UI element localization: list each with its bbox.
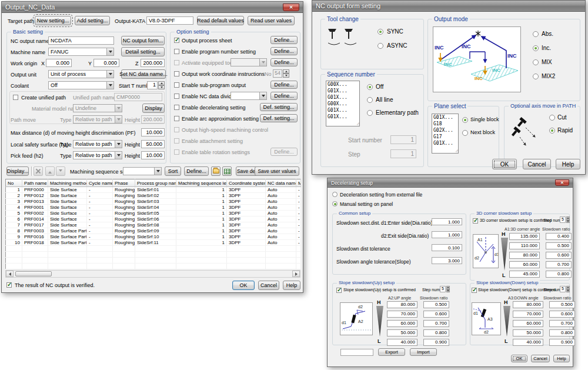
spin-down-icon[interactable]	[446, 289, 450, 293]
seq-off-radio[interactable]	[367, 84, 373, 90]
slope-up-value-row[interactable]: 50.0000.800	[387, 329, 449, 336]
close-icon[interactable]: ✕	[555, 179, 569, 186]
slope-down-value-row[interactable]: 70.0000.600	[513, 311, 575, 318]
table-row[interactable]: 4PRF0001Side Surface-RoughingSideSrf:041…	[6, 205, 301, 211]
help-button[interactable]: Help	[556, 159, 580, 169]
titlebar[interactable]: NC output form setting	[312, 1, 585, 12]
angle-tolerance-field[interactable]: 3.000	[432, 257, 462, 264]
path-table[interactable]: NoPath nameMachining methodCycle namePha…	[5, 179, 301, 269]
horizontal-scrollbar[interactable]	[5, 270, 300, 278]
table-row[interactable]	[6, 252, 301, 258]
plane-line[interactable]: G17	[432, 134, 458, 140]
mix-radio[interactable]	[533, 59, 539, 65]
def-setting-button[interactable]: Def. setting...	[260, 114, 298, 122]
def-setting-button[interactable]: Def. setting...	[260, 103, 298, 111]
sequence-line[interactable]: G01X...	[326, 88, 359, 94]
max-distance-field[interactable]: 10.000	[141, 128, 165, 136]
sequence-line[interactable]: G01X...	[326, 94, 359, 101]
nc-data-divide-checkbox[interactable]	[174, 94, 179, 99]
inc-radio[interactable]	[533, 45, 539, 51]
corner-value-row[interactable]: 135.0000.400	[509, 233, 572, 240]
plane-line[interactable]: G01X...	[432, 140, 458, 146]
column-header[interactable]: Phase	[113, 179, 135, 187]
table-row[interactable]	[6, 258, 301, 264]
corner-value-row[interactable]: 110.0000.500	[509, 242, 572, 249]
plane-line[interactable]: G01X...	[432, 114, 458, 121]
cut-radio[interactable]	[549, 115, 555, 121]
slope-up-confirm-checkbox[interactable]	[336, 288, 342, 293]
output-kata-field[interactable]: V8.0-3DPF	[146, 16, 193, 25]
define-button[interactable]: Define...	[270, 92, 298, 100]
rapid-radio[interactable]	[549, 128, 555, 134]
next-block-radio[interactable]	[462, 130, 468, 136]
sync-radio[interactable]	[377, 29, 383, 35]
new-setting-button[interactable]: New setting...	[35, 16, 71, 25]
output-process-sheet-checkbox[interactable]	[174, 38, 179, 43]
chevron-down-icon[interactable]	[106, 71, 113, 78]
table-row[interactable]: 9PRF0016Side Surface Part-RoughingSideSr…	[6, 234, 301, 240]
corner-value-row[interactable]: 45.0000.800	[509, 271, 572, 278]
column-header[interactable]: Process group name	[135, 179, 176, 187]
arc-approximation-checkbox[interactable]	[174, 116, 179, 121]
output-unit-dropdown[interactable]: Unit of process	[48, 70, 114, 78]
plane-line[interactable]: G18	[432, 121, 458, 127]
sub-program-checkbox[interactable]	[174, 82, 179, 88]
import-button[interactable]: Import	[410, 348, 437, 356]
add-setting-button[interactable]: Add setting...	[75, 16, 110, 25]
display-button[interactable]: Display	[142, 104, 165, 113]
ok-button[interactable]: OK	[492, 159, 517, 169]
chevron-down-icon[interactable]	[115, 141, 122, 148]
slope-down-confirm-checkbox[interactable]	[472, 288, 477, 293]
column-header[interactable]: Cycle name	[87, 179, 113, 187]
sort-dropdown[interactable]	[123, 167, 162, 175]
column-header[interactable]: NC data name	[266, 179, 296, 187]
scrollbar-thumb[interactable]	[15, 271, 52, 276]
sort-button[interactable]: Sort	[165, 166, 181, 176]
plane-line[interactable]: G02X...	[432, 127, 458, 134]
help-button[interactable]: Help	[553, 355, 570, 362]
work-coordinate-checkbox[interactable]	[174, 71, 179, 76]
scroll-left-icon[interactable]	[6, 271, 14, 277]
sequence-line[interactable]: G01X...	[326, 107, 359, 114]
cancel-button[interactable]: Cancel	[258, 281, 279, 290]
corner-confirm-checkbox[interactable]	[473, 218, 478, 224]
chevron-down-icon[interactable]	[106, 82, 113, 89]
column-header[interactable]: Path name	[22, 179, 48, 187]
slope-down-value-row[interactable]: 60.0000.700	[513, 320, 575, 327]
external-file-radio[interactable]	[332, 192, 338, 197]
chevron-down-icon[interactable]	[115, 152, 122, 159]
sequence-line[interactable]: G00X...	[326, 81, 359, 88]
table-row[interactable]: 1PRF0000Side Surface-RoughingSideSrf:011…	[6, 187, 301, 193]
define-button[interactable]: Define...	[270, 81, 298, 89]
manual-setting-radio[interactable]	[332, 201, 338, 206]
column-header[interactable]: Machining method	[48, 179, 87, 187]
decelerating-checkbox[interactable]	[174, 105, 179, 110]
d2-exit-field[interactable]: 1.000	[432, 231, 462, 238]
column-header[interactable]: Coordinate system	[227, 179, 266, 187]
work-origin-y-field[interactable]: 0.000	[93, 59, 119, 67]
spin-up-icon[interactable]	[158, 81, 165, 85]
async-radio[interactable]	[377, 43, 383, 49]
ok-button[interactable]: OK	[232, 281, 255, 290]
table-row[interactable]: 6PRF0014Side Surface-RoughingSideSrf:061…	[6, 216, 301, 222]
pick-feed-type-dropdown[interactable]: Relative to path	[73, 151, 122, 159]
nc-output-name-field[interactable]: NCDATA	[48, 36, 114, 45]
cancel-button[interactable]: Cancel	[523, 159, 551, 169]
program-number-checkbox[interactable]	[174, 49, 179, 54]
local-safety-type-dropdown[interactable]: Relative to path	[73, 140, 122, 148]
d1-enter-field[interactable]: 1.000	[432, 218, 462, 225]
work-origin-x-field[interactable]: 0.000	[46, 59, 72, 67]
corner-value-row[interactable]: 60.0000.700	[509, 261, 572, 268]
open-folder-icon[interactable]	[211, 166, 220, 176]
spin-down-icon[interactable]	[566, 220, 570, 224]
close-icon[interactable]: ✕	[283, 4, 299, 11]
pick-feed-height-field[interactable]: 10.000	[141, 151, 165, 159]
chevron-down-icon[interactable]	[106, 48, 113, 55]
table-row[interactable]: 8PRF0003Side Surface Part-RoughingSideSr…	[6, 228, 301, 234]
define-button[interactable]: Define...	[270, 47, 298, 55]
define-button[interactable]: Define...	[184, 166, 209, 176]
seq-all-line-radio[interactable]	[367, 97, 373, 103]
slope-down-value-row[interactable]: 40.0000.900	[513, 339, 575, 346]
help-button[interactable]: Help	[283, 281, 300, 290]
table-row[interactable]: 7PRF0017Side Surface-RoughingSideSrf:081…	[6, 222, 301, 228]
